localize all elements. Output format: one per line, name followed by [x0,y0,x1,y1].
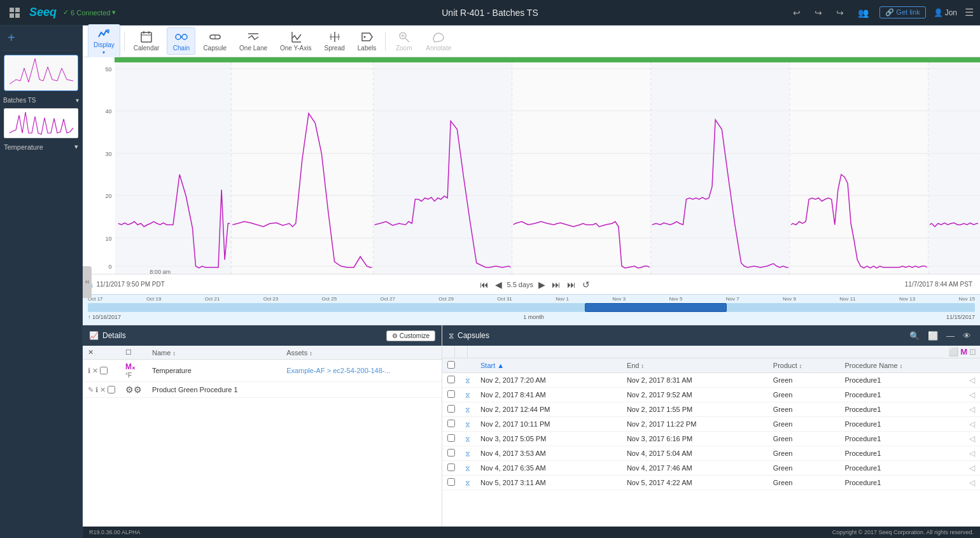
chain-button[interactable]: Chain [167,27,195,55]
row-checkbox[interactable] [447,434,455,442]
mini-timeline[interactable]: Oct 17 Oct 19 Oct 21 Oct 23 Oct 25 Oct 2… [83,294,980,325]
details-col-close[interactable]: ✕ [83,346,120,360]
step-back-button[interactable]: ◀ [494,278,503,291]
cap-col-product[interactable]: Product ↕ [768,358,840,373]
capsules-header-right: 🔍 ⬜ — 👁 [907,330,974,342]
skip-end-button[interactable]: ⏭ [566,278,577,291]
seeq-logo: Seeq [29,6,57,19]
row-checkbox[interactable] [100,367,108,374]
timeline-selection[interactable] [585,303,727,312]
capsule-button[interactable]: Capsule [198,28,232,54]
check-icon: ✓ [63,8,69,17]
eye-icon[interactable]: ◁ [969,390,975,399]
row-checkbox[interactable] [447,390,455,398]
display-mode-button[interactable]: Display ▾ [88,24,120,59]
timeline-bar[interactable] [88,303,975,312]
connection-status[interactable]: ✓ 6 Connected ▾ [63,8,116,17]
cap-col-check[interactable] [442,358,460,373]
export-icon[interactable]: ⬜ [948,347,958,357]
skip-back-button[interactable]: ⏮ [479,278,490,291]
cap-row-check[interactable] [442,476,460,490]
cap-col-end[interactable]: End ↕ [622,358,768,373]
add-item-button[interactable]: + [0,25,82,51]
workbook-label[interactable]: Batches TS ▾ [0,95,82,106]
details-col-name[interactable]: Name ↕ [147,346,281,360]
redo-back-button[interactable]: ↪ [811,6,825,19]
cap-row-eye[interactable]: ◁ [964,476,980,490]
cap-row-check[interactable] [442,432,460,446]
refresh-button[interactable]: ↺ [581,278,591,291]
info-icon[interactable]: ℹ [95,386,98,394]
capsule-set-icon: ⚙⚙ [125,385,142,395]
cap-row-eye[interactable]: ◁ [964,461,980,476]
redo-forward-button[interactable]: ↪ [833,6,847,19]
row-checkbox[interactable] [447,478,455,486]
eye-button[interactable]: 👁 [960,330,974,342]
row-checkbox[interactable] [447,405,455,413]
export-button[interactable]: ⬜ [925,330,941,342]
cap-row-eye[interactable]: ◁ [964,388,980,402]
customize-button[interactable]: ⚙ Customize [386,330,435,341]
annotate-button[interactable]: Annotate [421,28,456,54]
hamburger-menu[interactable]: ☰ [965,6,974,18]
table-row: ⧖ Nov 4, 2017 6:35 AM Nov 4, 2017 7:46 A… [442,461,980,476]
cap-row-check[interactable] [442,388,460,402]
cap-row-eye[interactable]: ◁ [964,432,980,446]
cap-col-start[interactable]: Start ▲ [475,358,622,373]
cap-row-eye[interactable]: ◁ [964,373,980,388]
users-button[interactable]: 👥 [855,6,872,19]
calendar-button[interactable]: Calendar [129,28,165,54]
eye-icon[interactable]: ◁ [969,478,975,487]
table-row: ⧖ Nov 3, 2017 5:05 PM Nov 3, 2017 6:16 P… [442,432,980,446]
signal-icon[interactable]: M [960,347,967,357]
close-icon[interactable]: ✕ [92,367,98,375]
eye-icon[interactable]: ◁ [969,449,975,458]
details-col-assets[interactable]: Assets ↕ [281,346,442,360]
cap-row-check[interactable] [442,402,460,417]
row-checkbox[interactable] [447,376,455,383]
eye-icon[interactable]: ◁ [969,420,975,428]
cap-row-eye[interactable]: ◁ [964,402,980,417]
one-lane-button[interactable]: One Lane [234,28,272,54]
search-capsules-button[interactable]: 🔍 [907,330,922,342]
filter-icon[interactable]: ⊡ [969,347,976,357]
skip-forward-button[interactable]: ⏭ [550,278,562,291]
row-checkbox[interactable] [447,464,455,471]
cap-col-procedure[interactable]: Procedure Name ↕ [839,358,964,373]
details-col-check[interactable]: ☐ [120,346,147,360]
labels-button[interactable]: Labels [353,28,381,54]
cap-row-check[interactable] [442,446,460,461]
apps-menu-button[interactable] [6,6,23,19]
edit-icon[interactable]: ✎ [88,386,94,394]
one-y-axis-button[interactable]: One Y-Axis [275,28,316,54]
select-all-checkbox[interactable] [447,361,455,369]
cap-row-check[interactable] [442,373,460,388]
close-icon[interactable]: ✕ [100,386,106,394]
eye-icon[interactable]: ◁ [969,464,975,472]
svg-rect-6 [176,34,181,39]
row-checkbox[interactable] [447,449,455,457]
step-forward-button[interactable]: ▶ [537,278,547,291]
row-checkbox[interactable] [108,386,115,393]
sidebar-collapse-handle[interactable]: ‹‹ [83,266,92,298]
cap-row-check[interactable] [442,417,460,432]
row-checkbox[interactable] [447,420,455,427]
temperature-signal-label[interactable]: Temperature ▾ [0,141,82,153]
temperature-thumbnail[interactable] [4,108,78,138]
zoom-button[interactable]: Zoom [389,28,418,54]
cap-row-end: Nov 3, 2017 6:16 PM [622,432,768,446]
cap-row-check[interactable] [442,461,460,476]
get-link-button[interactable]: 🔗 Get link [879,6,925,18]
info-icon[interactable]: ℹ [88,367,90,375]
eye-icon[interactable]: ◁ [969,405,975,414]
cap-row-eye[interactable]: ◁ [964,446,980,461]
eye-icon[interactable]: ◁ [969,376,975,385]
workbook-thumbnail[interactable] [4,55,78,91]
minus-button[interactable]: — [944,330,957,342]
spread-button[interactable]: Spread [319,28,350,54]
undo-button[interactable]: ↩ [790,6,804,19]
eye-icon[interactable]: ◁ [969,434,975,443]
cap-row-eye[interactable]: ◁ [964,417,980,432]
user-menu[interactable]: 👤 Jon [934,8,957,17]
chart-container[interactable]: 50 40 30 20 10 0 8:00 am [83,57,980,274]
